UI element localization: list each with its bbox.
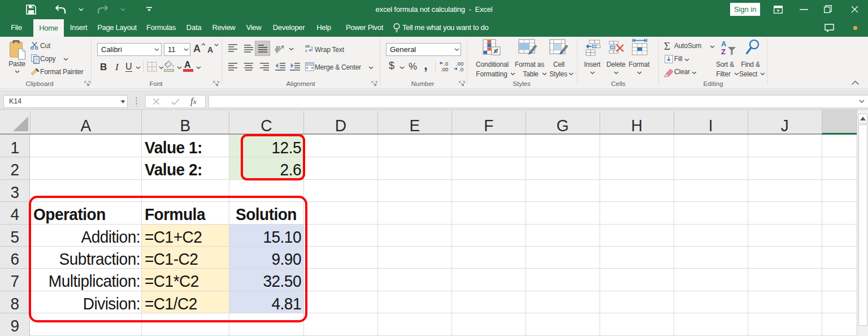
svg-text:c: c [305, 48, 307, 53]
svg-text:Z: Z [721, 48, 726, 56]
svg-text:.00: .00 [441, 66, 448, 72]
svg-text:ab: ab [275, 44, 281, 53]
svg-text:A: A [721, 40, 727, 48]
